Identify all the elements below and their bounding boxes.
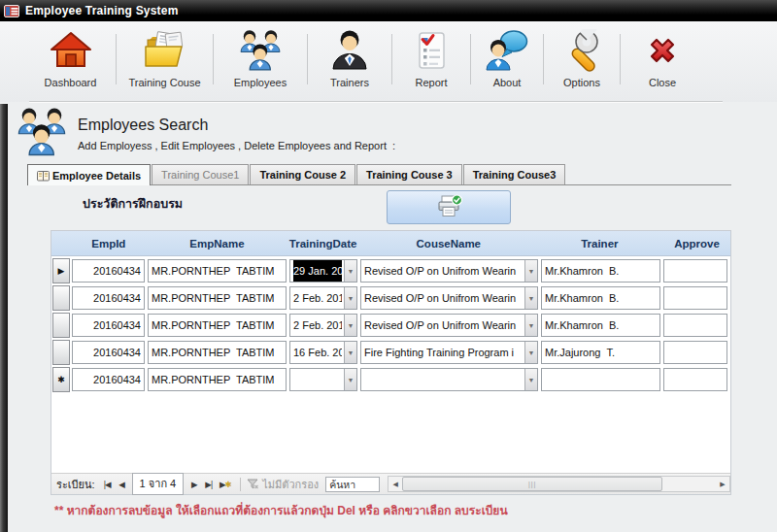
chevron-down-icon[interactable]: ▼: [344, 369, 356, 390]
chevron-down-icon[interactable]: ▼: [524, 315, 537, 336]
column-header-trainingdate[interactable]: TrainingDate: [287, 238, 358, 249]
scrollbar-track[interactable]: [662, 477, 716, 491]
previous-record-button[interactable]: ◀: [115, 480, 129, 489]
cell-empid[interactable]: 20160434: [72, 314, 145, 337]
tab-label: Employee Details: [52, 170, 141, 182]
toolbar-item-training-couse[interactable]: Training Couse: [117, 28, 213, 96]
first-record-button[interactable]: |◀: [100, 480, 115, 489]
cell-trainer[interactable]: Mr.Khamron B.: [541, 314, 660, 337]
window-left-edge: [0, 104, 8, 532]
cell-trainingdate-combo[interactable]: ▼: [289, 368, 357, 391]
wrench-icon: [560, 28, 603, 73]
chevron-down-icon[interactable]: ▼: [524, 260, 537, 282]
table-row: 20160434 MR.PORNTHEP TABTIM 2 Feb. 2016▼…: [51, 284, 730, 312]
cell-empid[interactable]: 20160434: [72, 341, 145, 364]
cell-cousename-combo[interactable]: ▼: [360, 368, 538, 391]
toolbar-item-trainers[interactable]: Trainers: [308, 28, 391, 96]
cell-approve[interactable]: [663, 341, 727, 364]
scroll-left-button[interactable]: ◀: [388, 477, 402, 491]
record-search-box: [325, 477, 380, 492]
cell-trainer[interactable]: [541, 368, 660, 391]
cell-approve[interactable]: [663, 314, 727, 337]
cell-cousename-combo[interactable]: Fire Fighting Training Program i▼: [360, 341, 538, 364]
record-selector[interactable]: [52, 313, 70, 338]
home-icon: [50, 28, 92, 73]
filter-button[interactable]: ไม่มีตัวกรอง: [247, 476, 319, 493]
training-history-label: ประวัติการฝึกอบรม: [83, 194, 183, 214]
tab-employee-details[interactable]: Employee Details: [27, 164, 151, 185]
record-selector-new[interactable]: ✱: [52, 367, 70, 392]
scroll-right-button[interactable]: ▶: [716, 477, 729, 491]
cell-empid[interactable]: 20160434: [72, 259, 145, 283]
cell-trainer[interactable]: Mr.Jajurong T.: [541, 341, 660, 364]
column-header-empid[interactable]: EmpId: [71, 238, 147, 249]
toolbar-item-options[interactable]: Options: [544, 28, 620, 96]
column-header-trainer[interactable]: Trainer: [539, 238, 661, 249]
chevron-down-icon[interactable]: ▼: [524, 287, 537, 309]
cell-empid[interactable]: 20160434: [72, 286, 145, 310]
cell-approve[interactable]: [663, 286, 727, 310]
cell-trainingdate-combo[interactable]: 16 Feb. 201▼: [289, 341, 357, 364]
toolbar: Dashboard: [0, 21, 777, 102]
cell-trainingdate-combo[interactable]: 2 Feb. 2016▼: [289, 314, 357, 337]
toolbar-label: Close: [649, 77, 676, 88]
tab-label: Training Couse 3: [366, 169, 453, 181]
cell-approve[interactable]: [663, 259, 727, 283]
last-record-button[interactable]: ▶|: [201, 480, 216, 489]
close-icon: [643, 28, 682, 73]
tab-label: Training Couse1: [161, 169, 239, 181]
table-row: 20160434 MR.PORNTHEP TABTIM 16 Feb. 201▼…: [51, 339, 730, 366]
tab-label: Training Couse3: [473, 169, 557, 181]
toolbar-label: Training Couse: [128, 77, 200, 88]
next-record-button[interactable]: ▶: [186, 480, 201, 489]
column-header-empname[interactable]: EmpName: [147, 238, 288, 249]
cell-empid[interactable]: 20160434: [72, 368, 145, 391]
cell-empname[interactable]: MR.PORNTHEP TABTIM: [148, 259, 287, 283]
toolbar-item-about[interactable]: About: [471, 28, 543, 96]
cell-empname[interactable]: MR.PORNTHEP TABTIM: [148, 314, 287, 337]
column-header-approve[interactable]: Approve: [660, 238, 730, 249]
chevron-down-icon[interactable]: ▼: [524, 369, 537, 390]
scrollbar-thumb[interactable]: |||: [402, 477, 662, 491]
tab-training-couse3b[interactable]: Training Couse3: [463, 164, 566, 184]
toolbar-divider: [29, 101, 723, 103]
cell-trainingdate-combo[interactable]: 29 Jan. 2016▼: [289, 259, 357, 283]
cell-trainingdate-combo[interactable]: 2 Feb. 2016▼: [289, 286, 357, 310]
cell-empname[interactable]: MR.PORNTHEP TABTIM: [148, 341, 287, 364]
cell-trainer[interactable]: Mr.Khamron B.: [541, 259, 660, 283]
cell-empname[interactable]: MR.PORNTHEP TABTIM: [148, 286, 287, 310]
toolbar-item-dashboard[interactable]: Dashboard: [25, 28, 116, 96]
toolbar-item-employees[interactable]: Employees: [214, 28, 307, 96]
record-selector[interactable]: [52, 285, 70, 311]
print-button[interactable]: [387, 190, 511, 224]
cell-empname[interactable]: MR.PORNTHEP TABTIM: [148, 368, 287, 391]
tab-training-couse1[interactable]: Training Couse1: [152, 164, 249, 184]
page-title: Employees Search: [78, 116, 208, 134]
toolbar-label: Trainers: [330, 77, 369, 88]
toolbar-label: Report: [415, 77, 447, 88]
toolbar-label: Options: [563, 77, 600, 88]
tab-training-couse2[interactable]: Training Couse 2: [250, 164, 355, 184]
cell-cousename-combo[interactable]: Revised O/P on Unifrom Wearin▼: [360, 286, 538, 310]
chevron-down-icon[interactable]: ▼: [344, 315, 356, 336]
cell-approve[interactable]: [663, 368, 727, 391]
filter-label: ไม่มีตัวกรอง: [262, 476, 319, 493]
search-input[interactable]: [326, 479, 379, 490]
cell-cousename-combo[interactable]: Revised O/P on Unifrom Wearin▼: [360, 259, 538, 283]
training-history-grid: EmpId EmpName TrainingDate CouseName Tra…: [51, 230, 731, 495]
record-selector[interactable]: [52, 340, 70, 365]
new-record-button[interactable]: ▶✱: [216, 480, 234, 489]
folder-icon: [143, 28, 187, 73]
chevron-down-icon[interactable]: ▼: [524, 342, 537, 363]
record-selector[interactable]: ▶: [52, 258, 70, 283]
toolbar-item-close[interactable]: Close: [621, 28, 704, 96]
chevron-down-icon[interactable]: ▼: [344, 342, 356, 363]
cell-cousename-combo[interactable]: Revised O/P on Unifrom Wearin▼: [360, 314, 538, 337]
chevron-down-icon[interactable]: ▼: [344, 287, 356, 309]
chevron-down-icon[interactable]: ▼: [344, 260, 356, 282]
column-header-cousename[interactable]: CouseName: [358, 238, 538, 249]
record-position-box[interactable]: 1 จาก 4: [132, 473, 185, 495]
toolbar-item-report[interactable]: Report: [392, 28, 470, 96]
tab-training-couse3[interactable]: Training Couse 3: [356, 164, 462, 184]
cell-trainer[interactable]: Mr.Khamron B.: [541, 286, 660, 310]
